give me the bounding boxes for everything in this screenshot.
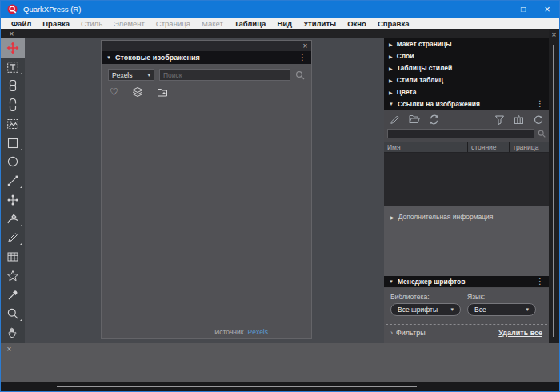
title-bar: QuarkXPress (R) – □ × [1,1,559,18]
stock-footer: Источник Pexels [102,326,311,338]
workspace: × [1,29,559,343]
quark-logo-icon [7,4,18,14]
section-layers[interactable]: ▶ Слои [384,50,549,62]
section-style-sheets[interactable]: ▶ Таблицы стилей [384,62,549,74]
expand-arrow-icon: ▼ [106,55,111,60]
palettes-close-icon[interactable]: × [550,30,558,39]
collapsed-arrow-icon: ▶ [389,66,393,71]
column-header-page[interactable]: траница [509,142,549,152]
measurements-palette: × [1,343,559,382]
tool-picture-content[interactable] [1,114,25,134]
search-icon[interactable] [538,130,546,138]
tool-freehand-drawing[interactable] [1,229,25,248]
collapsed-arrow-icon: ▶ [389,42,393,47]
toolbar-close-icon[interactable]: × [7,30,16,38]
stock-palette-header[interactable]: ▼ Стоковые изображения ⋮ [102,51,311,64]
section-page-layout[interactable]: ▶ Макет страницы [384,38,549,50]
source-link[interactable]: Pexels [247,328,268,336]
horizontal-scrollbar-thumb[interactable] [57,386,417,387]
section-title: Слои [397,52,544,60]
tool-unlinking[interactable] [1,95,25,114]
stock-results-area [102,99,311,326]
section-title: Цвета [397,88,544,96]
column-header-status[interactable]: стояние [467,142,509,152]
chevron-down-icon: ▾ [526,306,529,313]
tool-pan[interactable] [1,323,25,342]
provider-select[interactable]: Pexels ▾ [108,69,154,81]
image-links-menu-dots-icon[interactable]: ⋮ [536,100,544,108]
menu-bar: Файл Правка Стиль Элемент Страница Макет… [1,18,559,29]
more-info-header[interactable]: ▶ Дополнительная информация [384,206,549,221]
stock-filter-icons: ♡ [102,83,311,99]
section-title: Менеджер шрифтов [398,278,532,286]
section-image-links[interactable]: ▼ Ссылки на изображения ⋮ [384,98,549,110]
more-info-area: ▶ Дополнительная информация [384,206,549,276]
refresh-icon[interactable] [533,114,543,125]
image-links-toolbar [384,110,549,128]
add-folder-icon[interactable] [157,86,168,98]
library-dropdown[interactable]: Все шрифты ▾ [390,303,461,316]
menu-table[interactable]: Таблица [229,19,272,28]
font-manager-menu-dots-icon[interactable]: ⋮ [536,278,544,286]
maximize-button[interactable]: □ [511,1,535,18]
image-links-table-header: Имя стояние траница [384,142,549,153]
tool-color-picker[interactable] [1,286,25,305]
library-value: Все шрифты [398,306,438,314]
column-header-name[interactable]: Имя [384,142,467,152]
stock-search-input[interactable] [159,69,290,81]
menu-file[interactable]: Файл [6,19,37,28]
edit-pencil-icon[interactable] [390,114,400,125]
image-links-search-input[interactable] [387,129,534,138]
section-table-styles[interactable]: ▶ Стили таблиц [384,74,549,86]
section-title: Ссылки на изображения [398,100,532,108]
provider-value: Pexels [112,71,133,79]
chevron-down-icon: ▾ [147,72,150,78]
image-links-table-body [384,153,549,206]
collections-layers-icon[interactable] [132,86,143,98]
tool-item-move[interactable] [1,38,25,58]
tool-bezier-pen[interactable] [1,210,25,229]
tool-oval-box[interactable] [1,153,25,172]
collapsed-arrow-icon: ▶ [389,54,393,59]
search-icon[interactable] [295,70,305,80]
tool-table[interactable] [1,247,25,266]
tool-text-content[interactable] [1,58,25,77]
open-folder-icon[interactable] [409,114,420,124]
menu-edit[interactable]: Правка [37,19,75,28]
measurements-close-icon[interactable]: × [5,345,14,354]
language-value: Все [474,306,486,314]
filter-funnel-icon[interactable] [494,114,505,125]
chevron-right-icon: › [390,329,393,337]
tool-starburst[interactable] [1,266,25,286]
menu-item: Элемент [108,19,150,28]
chevron-down-icon: ▾ [450,306,454,313]
collapsed-arrow-icon: ▶ [390,214,394,220]
close-button[interactable]: × [535,1,559,18]
delete-all-link[interactable]: Удалить все [498,329,542,337]
menu-help[interactable]: Справка [372,19,415,28]
filters-toggle[interactable]: › Фильтры [390,329,426,337]
tool-rectangle-box[interactable] [1,134,25,153]
tool-linking[interactable] [1,77,25,96]
section-colors[interactable]: ▶ Цвета [384,86,549,98]
section-title: Таблицы стилей [397,64,544,72]
section-font-manager[interactable]: ▼ Менеджер шрифтов ⋮ [384,276,549,287]
tool-zoom[interactable] [1,305,25,324]
stock-close-icon[interactable]: × [301,42,310,50]
tool-line[interactable] [1,171,25,190]
app-window: QuarkXPress (R) – □ × Файл Правка Стиль … [0,0,560,392]
tool-point-selection[interactable] [1,190,25,210]
language-dropdown[interactable]: Все ▾ [467,303,536,316]
menu-view[interactable]: Вид [271,19,298,28]
stock-menu-dots-icon[interactable]: ⋮ [298,54,306,62]
sync-arrows-icon[interactable] [429,114,439,125]
menu-window[interactable]: Окно [342,19,372,28]
horizontal-scrollbar-track [1,382,559,391]
favorites-heart-icon[interactable]: ♡ [110,87,118,97]
dashed-separator [386,324,547,325]
window-controls: – □ × [487,1,559,18]
columns-icon[interactable] [514,114,524,125]
minimize-button[interactable]: – [487,1,511,18]
vertical-scrollbar-thumb[interactable] [553,45,554,337]
menu-utilities[interactable]: Утилиты [298,19,342,28]
